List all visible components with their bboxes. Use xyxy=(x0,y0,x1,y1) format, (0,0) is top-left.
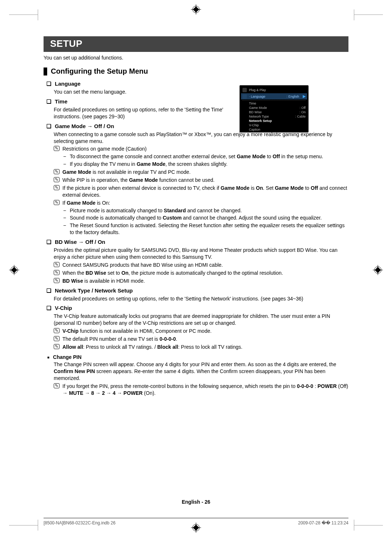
note-icon: ✎ xyxy=(54,200,60,205)
item-bd-wise: ❏BD Wise → Off / On Provides the optimal… xyxy=(46,239,348,284)
item-game-mode: ❏Game Mode → Off / On When connecting to… xyxy=(46,123,348,236)
crop-mark xyxy=(354,15,383,20)
gear-icon xyxy=(242,94,247,99)
page-title: SETUP xyxy=(44,36,348,52)
item-vchip: ❏V-Chip The V-Chip feature automatically… xyxy=(46,305,348,350)
note-icon: ✎ xyxy=(54,278,60,283)
note-icon: ✎ xyxy=(54,177,60,182)
note-icon: ✎ xyxy=(54,336,60,341)
registration-mark-icon xyxy=(9,265,19,275)
intro-text: You can set up additional functions. xyxy=(44,55,348,61)
registration-mark-icon xyxy=(373,265,383,275)
osd-screenshot: Plug & Play · Language: English▶ Time Ga… xyxy=(240,85,309,132)
crop-mark xyxy=(9,15,38,20)
play-icon: ▶ xyxy=(303,94,306,99)
note-icon: ✎ xyxy=(54,169,60,174)
note-icon: ✎ xyxy=(54,383,60,388)
crop-mark xyxy=(9,520,38,525)
registration-mark-icon xyxy=(191,4,201,15)
footer-meta: [8500-NA]BN68-02322C-Eng.indb 26 2009-07… xyxy=(44,520,348,525)
page-number: English - 26 xyxy=(182,499,211,505)
note-icon: ✎ xyxy=(54,185,60,190)
crop-mark xyxy=(354,520,383,525)
note-icon: ✎ xyxy=(54,262,60,267)
item-network: ❏Network Type / Network Setup For detail… xyxy=(46,287,348,302)
note-icon: ✎ xyxy=(54,146,60,151)
note-icon: ✎ xyxy=(54,270,60,275)
footer-divider xyxy=(44,518,348,518)
note-icon: ✎ xyxy=(54,328,60,333)
note-icon: ✎ xyxy=(54,344,60,349)
subitem-change-pin: ■Change PIN xyxy=(47,354,348,360)
plug-play-icon xyxy=(242,88,247,92)
section-heading: Configuring the Setup Menu xyxy=(44,67,348,75)
